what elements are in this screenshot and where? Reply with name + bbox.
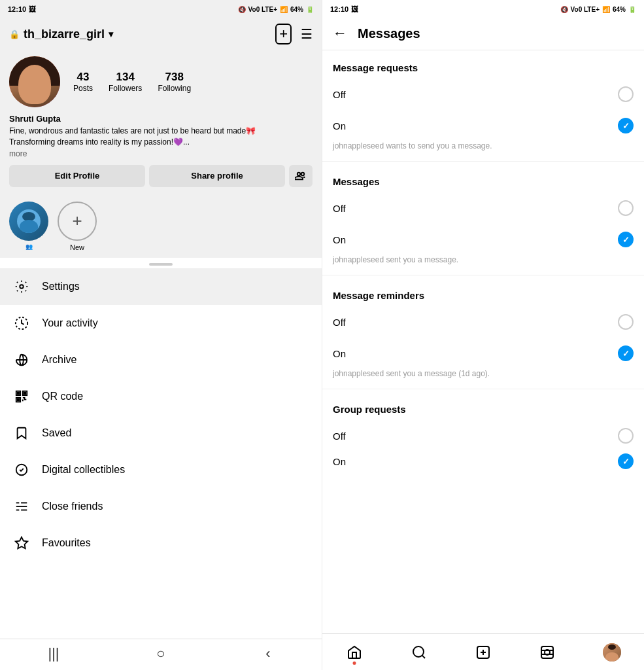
signal-bars: 📶: [280, 6, 288, 13]
divider-2: [322, 275, 644, 275]
right-status-bar: 12:10 🖼 🔇 Vo0 LTE+ 📶 64% 🔋: [322, 0, 644, 18]
menu-icon[interactable]: ☰: [301, 26, 313, 42]
photo-icon: 🖼: [29, 5, 36, 13]
hint-messages: johnappleseed sent you a message.: [322, 255, 644, 272]
menu-item-collectibles[interactable]: Digital collectibles: [0, 451, 322, 488]
share-profile-button[interactable]: Share profile: [149, 165, 285, 187]
radio-msg-req-off[interactable]: [618, 86, 634, 102]
menu-label-closefriends: Close friends: [42, 501, 103, 512]
menu-list: Settings Your activity Archive: [0, 268, 322, 639]
menu-item-settings[interactable]: Settings: [0, 268, 322, 305]
option-messages-off[interactable]: Off: [322, 192, 644, 224]
add-person-button[interactable]: [289, 165, 313, 187]
menu-item-closefriends[interactable]: Close friends: [0, 488, 322, 525]
avatar[interactable]: [9, 56, 60, 107]
header-icons: + ☰: [275, 24, 313, 44]
add-icon[interactable]: +: [275, 24, 292, 44]
right-status-icons: 🔇 Vo0 LTE+ 📶 64% 🔋: [560, 6, 636, 13]
stories-row: 👥 + New: [0, 196, 322, 258]
nav-reels-right[interactable]: [532, 637, 563, 668]
right-battery: 64%: [613, 6, 626, 13]
menu-item-saved[interactable]: Saved: [0, 415, 322, 451]
username-row: 🔒 th_bizarre_girl ▾: [9, 27, 113, 41]
menu-label-collectibles: Digital collectibles: [42, 464, 125, 476]
profile-buttons: Edit Profile Share profile: [9, 165, 313, 187]
chevron-down-icon[interactable]: ▾: [109, 29, 113, 39]
stat-following[interactable]: 738 Following: [158, 71, 191, 93]
menu-item-archive[interactable]: Archive: [0, 342, 322, 378]
signal-text: Vo0 LTE+: [248, 6, 277, 13]
story-item-existing[interactable]: 👥: [9, 202, 48, 251]
right-photo-icon: 🖼: [351, 5, 358, 13]
nav-home-right[interactable]: [339, 637, 370, 668]
profile-name: Shruti Gupta: [9, 114, 313, 124]
posts-count: 43: [77, 71, 90, 84]
edit-profile-button[interactable]: Edit Profile: [9, 165, 145, 187]
right-content: Message requests Off On johnappleseed wa…: [322, 50, 644, 633]
option-label-msg-req-off: Off: [333, 89, 346, 100]
nav-back-left[interactable]: ‹: [254, 639, 282, 668]
menu-item-qrcode[interactable]: QR code: [0, 378, 322, 415]
svg-point-0: [20, 285, 24, 289]
story-circle-existing[interactable]: [9, 202, 48, 241]
bottom-sheet: Settings Your activity Archive: [0, 258, 322, 639]
radio-msg-req-on[interactable]: [618, 118, 634, 133]
radio-reminders-on[interactable]: [618, 345, 634, 361]
profile-section: 43 Posts 134 Followers 738 Following Shr…: [0, 50, 322, 196]
option-msg-requests-off[interactable]: Off: [322, 79, 644, 110]
option-group-req-off[interactable]: Off: [322, 420, 644, 451]
option-label-group-req-on: On: [333, 456, 346, 467]
radio-group-req-off[interactable]: [618, 428, 634, 444]
nav-profile-right[interactable]: [596, 637, 628, 668]
following-label: Following: [158, 84, 191, 93]
svg-rect-20: [541, 646, 553, 658]
hint-reminders: johnappleseed sent you a message (1d ago…: [322, 369, 644, 386]
option-reminders-on[interactable]: On: [322, 338, 644, 369]
right-status-left: 12:10 🖼: [330, 5, 358, 13]
bio-line1: Fine, wondrous and fantastic tales are n…: [9, 126, 256, 135]
option-group-req-on[interactable]: On: [322, 451, 644, 471]
closefriends-icon: [13, 498, 30, 515]
collectibles-icon: [13, 461, 30, 478]
option-label-reminders-off: Off: [333, 317, 346, 328]
nav-home-left[interactable]: ○: [146, 639, 175, 668]
left-panel: 12:10 🖼 🔇 Vo0 LTE+ 📶 64% 🔋 🔒 th_bizarre_…: [0, 0, 322, 670]
radio-group-req-on[interactable]: [618, 453, 634, 469]
stats-row: 43 Posts 134 Followers 738 Following: [73, 71, 191, 93]
ig-header: 🔒 th_bizarre_girl ▾ + ☰: [0, 18, 322, 50]
username[interactable]: th_bizarre_girl: [24, 27, 105, 41]
handle-bar: [149, 263, 173, 266]
battery-icon: 🔋: [306, 6, 314, 13]
radio-messages-off[interactable]: [618, 200, 634, 216]
nav-add-right[interactable]: [467, 637, 499, 668]
radio-messages-on[interactable]: [618, 232, 634, 247]
back-button[interactable]: ←: [333, 25, 347, 42]
story-label-existing: 👥: [25, 243, 33, 250]
profile-more[interactable]: more: [9, 149, 313, 158]
battery-text: 64%: [290, 6, 303, 13]
option-messages-on[interactable]: On: [322, 224, 644, 255]
menu-item-activity[interactable]: Your activity: [0, 305, 322, 342]
menu-label-settings: Settings: [42, 281, 80, 292]
followers-label: Followers: [109, 84, 142, 93]
option-msg-requests-on[interactable]: On: [322, 110, 644, 141]
nav-menu-left[interactable]: |||: [39, 639, 68, 668]
right-nav-bar: [322, 633, 644, 670]
option-reminders-off[interactable]: Off: [322, 306, 644, 338]
stat-followers[interactable]: 134 Followers: [109, 71, 142, 93]
right-bars: 📶: [602, 6, 610, 13]
menu-item-favourites[interactable]: Favourites: [0, 525, 322, 561]
right-page-title: Messages: [358, 26, 420, 41]
stat-posts[interactable]: 43 Posts: [73, 71, 93, 93]
option-label-msg-req-on: On: [333, 120, 346, 132]
menu-label-saved: Saved: [42, 427, 71, 439]
story-item-new[interactable]: + New: [58, 202, 97, 251]
svg-rect-7: [18, 398, 20, 400]
radio-reminders-off[interactable]: [618, 314, 634, 330]
nav-search-right[interactable]: [403, 637, 435, 668]
svg-rect-6: [24, 392, 26, 394]
story-add-circle[interactable]: +: [58, 202, 97, 241]
left-status-bar: 12:10 🖼 🔇 Vo0 LTE+ 📶 64% 🔋: [0, 0, 322, 18]
sheet-handle: [0, 258, 322, 268]
bio-line2: Transforming dreams into reality is my p…: [9, 137, 190, 147]
